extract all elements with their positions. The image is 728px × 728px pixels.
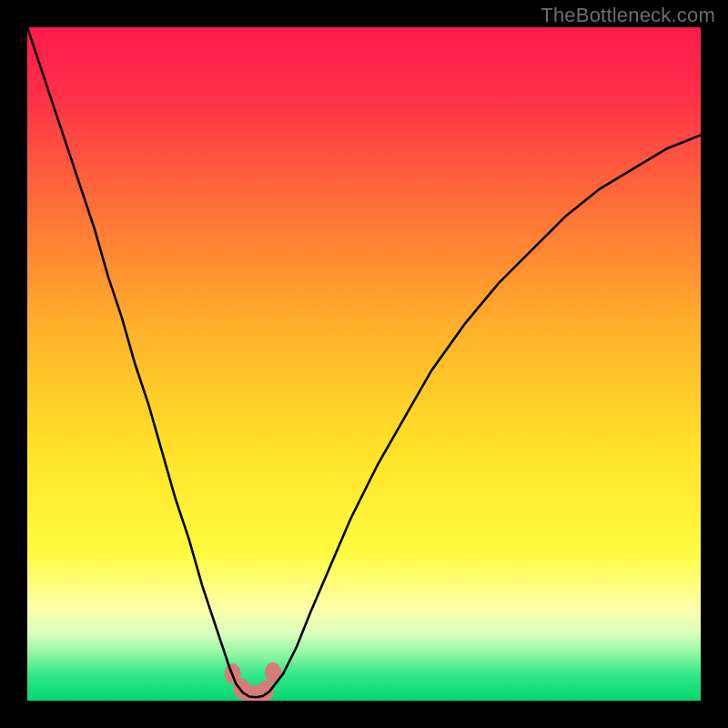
watermark-text: TheBottleneck.com	[541, 4, 715, 27]
bottleneck-curve	[27, 27, 701, 697]
plot-area	[27, 27, 701, 701]
chart-frame: TheBottleneck.com	[0, 0, 728, 728]
curve-layer	[27, 27, 701, 701]
trough-marker-group	[225, 662, 281, 701]
